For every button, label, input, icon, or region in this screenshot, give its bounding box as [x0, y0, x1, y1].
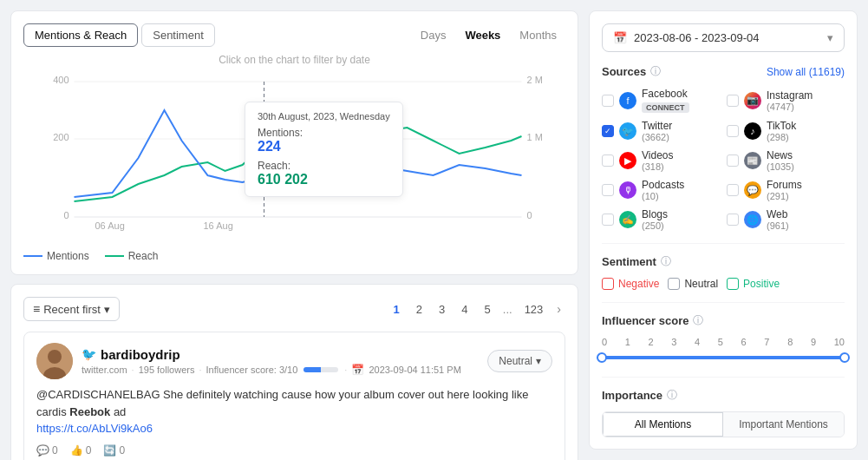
- mention-username: 🐦 bardiboydrip: [82, 347, 479, 362]
- source-checkbox-forums[interactable]: [727, 184, 739, 196]
- page-btn-2[interactable]: 2: [409, 300, 429, 319]
- tick-1: 1: [625, 337, 630, 347]
- importance-important-button[interactable]: Important Mentions: [723, 412, 844, 437]
- mention-text: @CARDISCHANELBAG She definitely watching…: [36, 386, 552, 437]
- mention-link[interactable]: https://t.co/AbLVi9kAo6: [36, 422, 153, 435]
- influencer-header: Influencer score ⓘ: [602, 313, 845, 328]
- mention-followers: 195 followers: [139, 365, 195, 375]
- source-checkbox-videos[interactable]: [602, 154, 614, 167]
- page-btn-3[interactable]: 3: [432, 300, 452, 319]
- page-btn-5[interactable]: 5: [478, 300, 498, 319]
- sort-label: Recent first: [43, 303, 101, 316]
- source-twitter-info: Twitter (3662): [642, 120, 672, 142]
- source-checkbox-instagram[interactable]: [727, 95, 739, 107]
- sentiment-neutral[interactable]: Neutral: [668, 278, 718, 290]
- mention-card: 🐦 bardiboydrip twitter.com · 195 followe…: [23, 332, 565, 460]
- importance-toggle: All Mentions Important Mentions: [602, 411, 845, 437]
- sentiment-label: Neutral: [499, 355, 532, 367]
- sentiment-badge[interactable]: Neutral ▾: [487, 350, 552, 372]
- sources-header: Sources ⓘ Show all (11619): [602, 64, 845, 79]
- sort-chevron: ▾: [104, 303, 110, 316]
- source-podcasts: 🎙 Podcasts (10): [602, 179, 720, 201]
- range-handle-right[interactable]: [839, 352, 850, 363]
- source-checkbox-facebook[interactable]: [602, 95, 614, 107]
- time-btn-days[interactable]: Days: [412, 25, 455, 45]
- influencer-bar: [303, 367, 338, 372]
- sentiment-row: Negative Neutral Positive: [602, 278, 845, 290]
- sentiment-info-icon[interactable]: ⓘ: [661, 254, 671, 269]
- svg-text:0: 0: [527, 210, 532, 220]
- source-twitter: 🐦 Twitter (3662): [602, 120, 720, 142]
- twitter-icon: 🐦: [619, 122, 636, 140]
- date-caret-icon: ▾: [827, 31, 833, 44]
- show-all-button[interactable]: Show all (11619): [767, 66, 845, 78]
- mentions-header: ≡ Recent first ▾ 1 2 3 4 5 ... 123 ›: [23, 297, 565, 321]
- mention-stats: 💬 0 👍 0 🔄 0: [36, 444, 552, 457]
- news-icon: 📰: [744, 152, 761, 169]
- source-blogs-info: Blogs (250): [642, 208, 668, 231]
- page-btn-4[interactable]: 4: [454, 300, 474, 319]
- source-checkbox-tiktok[interactable]: [727, 125, 739, 137]
- neutral-checkbox[interactable]: [668, 278, 680, 290]
- legend-mentions: Mentions: [23, 250, 89, 262]
- calendar-icon: 📅: [613, 31, 627, 44]
- range-handle-left[interactable]: [597, 352, 607, 363]
- twitter-icon: 🐦: [82, 347, 96, 361]
- sources-grid: f Facebook CONNECT 📷 Instagram (4747) 🐦: [602, 88, 845, 231]
- importance-header: Importance ⓘ: [602, 388, 845, 403]
- source-checkbox-news[interactable]: [727, 154, 739, 167]
- sentiment-chevron: ▾: [536, 355, 541, 367]
- pagination: 1 2 3 4 5 ... 123 ›: [387, 299, 565, 319]
- source-tiktok: ♪ TikTok (298): [727, 120, 845, 142]
- legend-mentions-label: Mentions: [47, 250, 89, 262]
- importance-title: Importance: [602, 389, 662, 402]
- tab-mentions-reach[interactable]: Mentions & Reach: [23, 23, 138, 47]
- positive-checkbox[interactable]: [727, 278, 739, 290]
- facebook-icon: f: [619, 92, 636, 109]
- sentiment-negative[interactable]: Negative: [602, 278, 659, 290]
- time-btn-weeks[interactable]: Weeks: [456, 25, 509, 45]
- source-checkbox-blogs[interactable]: [602, 214, 614, 226]
- pagination-next-arrow[interactable]: ›: [552, 299, 565, 319]
- legend-reach-label: Reach: [128, 250, 159, 262]
- time-period-buttons: Days Weeks Months: [412, 25, 565, 45]
- tab-sentiment[interactable]: Sentiment: [141, 23, 215, 47]
- source-checkbox-web[interactable]: [727, 214, 739, 226]
- influencer-slider[interactable]: [602, 351, 845, 365]
- right-panel: 📅 2023-08-06 - 2023-09-04 ▾ Sources ⓘ Sh…: [589, 10, 858, 450]
- source-forums: 💬 Forums (291): [727, 179, 845, 201]
- calendar-icon: 📅: [351, 364, 364, 376]
- mention-info: 🐦 bardiboydrip twitter.com · 195 followe…: [82, 347, 479, 376]
- sentiment-positive[interactable]: Positive: [727, 278, 780, 290]
- neutral-label: Neutral: [684, 278, 718, 290]
- svg-text:200: 200: [53, 132, 69, 142]
- source-podcasts-info: Podcasts (10): [642, 179, 684, 201]
- chart-area[interactable]: 400 200 0 2 M 1 M 0 06 Aug: [23, 71, 565, 245]
- sentiment-title: Sentiment: [602, 255, 656, 268]
- source-videos-info: Videos (318): [642, 149, 673, 172]
- source-forums-info: Forums (291): [767, 179, 802, 201]
- date-range-button[interactable]: 📅 2023-08-06 - 2023-09-04 ▾: [602, 23, 845, 52]
- source-checkbox-podcasts[interactable]: [602, 184, 614, 196]
- tooltip-mentions-value: 224: [258, 139, 390, 154]
- importance-all-button[interactable]: All Mentions: [603, 412, 723, 437]
- sentiment-header: Sentiment ⓘ: [602, 254, 845, 269]
- tick-4: 4: [695, 337, 700, 347]
- source-facebook: f Facebook CONNECT: [602, 88, 720, 113]
- influencer-info-icon[interactable]: ⓘ: [693, 313, 703, 328]
- page-btn-1[interactable]: 1: [387, 300, 407, 319]
- source-tiktok-info: TikTok (298): [767, 120, 796, 142]
- page-btn-last[interactable]: 123: [518, 300, 551, 319]
- divider-3: [602, 377, 845, 378]
- importance-info-icon[interactable]: ⓘ: [667, 388, 677, 403]
- mention-text-bold: Reebok: [69, 405, 110, 418]
- negative-checkbox[interactable]: [602, 278, 614, 290]
- sort-button[interactable]: ≡ Recent first ▾: [23, 297, 120, 321]
- sources-info-icon[interactable]: ⓘ: [650, 64, 661, 79]
- time-btn-months[interactable]: Months: [511, 25, 565, 45]
- source-checkbox-twitter[interactable]: [602, 125, 614, 137]
- tick-5: 5: [718, 337, 723, 347]
- positive-label: Positive: [743, 278, 780, 290]
- divider-1: [602, 243, 845, 244]
- source-blogs: ✍ Blogs (250): [602, 208, 720, 231]
